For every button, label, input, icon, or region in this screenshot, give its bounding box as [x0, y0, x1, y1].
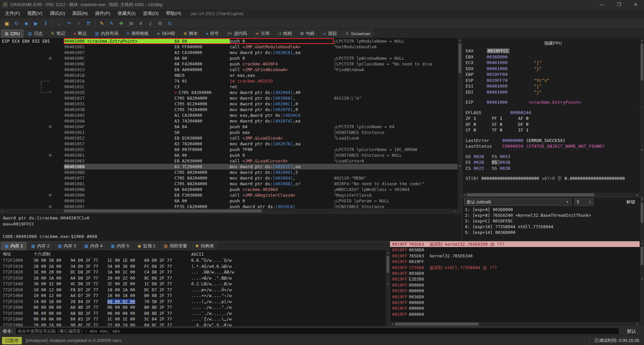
comment-cell[interactable]: [334, 164, 458, 169]
instruction-cell[interactable]: mov dword ptr ds:[402080],5: [230, 169, 334, 175]
bytes-cell[interactable]: 6A 00: [174, 55, 230, 61]
argument-row[interactable]: 2: [esp+8] 765E6340 <kernel32.BaseThread…: [465, 212, 644, 218]
disasm-row[interactable]: 00401007A3 CA204000mov dword ptr ds:[402…: [0, 50, 458, 55]
tab-locals[interactable]: ▤局部变量: [160, 242, 191, 250]
address-cell[interactable]: 00401063: [64, 158, 174, 164]
address-cell[interactable]: 0040103B: [64, 107, 174, 112]
memory-bytes[interactable]: B0 8B 2F 77: [144, 293, 181, 299]
close-button[interactable]: ✕: [627, 0, 644, 9]
memory-bytes[interactable]: 28 84 2F 77: [70, 299, 107, 305]
menu-item[interactable]: 跟踪(N): [69, 10, 92, 16]
disasm-row[interactable]: 0040101CC3ret: [0, 84, 458, 90]
address-cell[interactable]: 00401051: [64, 130, 174, 135]
tab-symbols[interactable]: ♦符号: [202, 29, 223, 38]
memory-bytes[interactable]: FC D8 2F 77: [144, 263, 181, 269]
register-row[interactable]: OF 0 SF 0 DF 0: [466, 121, 644, 128]
address-cell[interactable]: 0040104F: [64, 124, 174, 130]
argument-row[interactable]: 5: [esp+14] 0036D000: [465, 230, 644, 235]
instruction-cell[interactable]: push eax: [230, 130, 334, 135]
address-cell[interactable]: 00401068: [64, 164, 174, 169]
memory-row[interactable]: 772F109006 00 08 00A8 8D 2F 7706 00 08 0…: [0, 310, 390, 316]
disasm-row[interactable]: ⊟0040100C6A 00push 0┌LPCTSTR lpWindowNam…: [0, 55, 458, 61]
memory-row[interactable]: 772F103018 00 1A 00A4 D8 2F 7720 00 22 0…: [0, 275, 390, 281]
tab-cpu[interactable]: ▦CPU: [1, 29, 24, 38]
menu-item[interactable]: 选项(O): [139, 10, 162, 16]
instruction-cell[interactable]: mov dword ptr ds:[40206C],0: [230, 101, 334, 107]
address-cell[interactable]: 00401061: [64, 152, 174, 158]
bytes-cell[interactable]: E8 FF040000: [174, 44, 230, 50]
bytes-cell[interactable]: 6A 64: [174, 124, 230, 130]
tab-memory-map[interactable]: ▥内存布局: [91, 29, 122, 38]
bytes-cell[interactable]: 6A 00: [174, 38, 230, 44]
stack-row[interactable]: 0019FF765E63返回到 kernel32.765E6359 自 ???: [390, 241, 644, 247]
disasm-row[interactable]: ⊟004010616A 00push 0│HINSTANCE hInstance…: [0, 152, 458, 158]
tab-trace[interactable]: ↣跟踪: [319, 29, 341, 38]
disasm-gutter[interactable]: [0, 107, 64, 112]
stack-row[interactable]: 0019FF0036D0: [390, 270, 644, 276]
address-cell[interactable]: 00401081: [64, 181, 174, 187]
stack-row[interactable]: 0019FF000000: [390, 311, 644, 317]
tab-seh-chain[interactable]: ∞SEH链: [153, 29, 179, 38]
disasm-gutter[interactable]: [0, 187, 64, 192]
argument-count-stepper[interactable]: 5 ▲▼: [574, 198, 594, 206]
bytes-cell[interactable]: 68 64204000: [174, 187, 230, 192]
address-cell[interactable]: 0040101C: [64, 84, 174, 90]
register-row[interactable]: EBX 0036D000: [466, 54, 644, 60]
menu-item[interactable]: 插件(P): [92, 10, 114, 16]
disasm-gutter[interactable]: [0, 130, 64, 135]
memory-bytes[interactable]: 16 00 18 00: [107, 293, 144, 299]
comment-cell[interactable]: [334, 112, 458, 118]
execute-till-return-icon[interactable]: ↑: [74, 19, 84, 28]
address-cell[interactable]: 00401000 <crackme.EntryPoint>: [64, 38, 174, 44]
disasm-row[interactable]: 00401031C705 6C204000mov dword ptr ds:[4…: [0, 101, 458, 107]
instruction-cell[interactable]: push 64: [230, 124, 334, 130]
instruction-cell[interactable]: mov dword ptr ds:[4020CA],ea: [230, 50, 334, 55]
disasm-row[interactable]: 004010956A 00push 0┌LPVOID lpParam = NUL…: [0, 198, 458, 204]
address-cell[interactable]: 0040101A: [64, 78, 174, 84]
memory-bytes[interactable]: 1A 00 1C 00: [107, 269, 144, 275]
register-row[interactable]: GS 002B FS 0053: [466, 154, 644, 160]
memory-bytes[interactable]: 1E 00 20 00: [34, 269, 70, 275]
minimize-button[interactable]: —: [594, 0, 610, 9]
register-row[interactable]: EBP 0019FF80: [466, 71, 644, 78]
address-cell[interactable]: 00401013: [64, 67, 174, 72]
fold-icon[interactable]: ⊟: [49, 153, 52, 158]
argument-row[interactable]: 3: [esp+C] 0019FFDC: [465, 218, 644, 224]
memory-row[interactable]: 772F101028 00 2A 0034 D9 2F 7734 00 36 0…: [0, 263, 390, 269]
memory-bytes[interactable]: 34 00 36 00: [107, 263, 144, 269]
stop-icon[interactable]: ■: [21, 19, 31, 28]
address-cell[interactable]: 00401090: [64, 192, 174, 198]
memory-row[interactable]: 772F105010 00 12 00F8 D7 2F 7718 00 1A 0…: [0, 287, 390, 293]
comment-cell[interactable]: [334, 90, 458, 95]
memory-row[interactable]: 772F10201E 00 20 00DC D8 2F 771A 00 1C 0…: [0, 269, 390, 275]
memory-bytes[interactable]: 10 00 12 00: [34, 287, 70, 293]
comment-cell[interactable]: [334, 84, 458, 90]
instruction-cell[interactable]: mov dword ptr ds:[402064],40: [230, 90, 334, 95]
open-file-icon[interactable]: ▣: [2, 19, 12, 28]
stack-row[interactable]: 0019FF0019FF: [390, 259, 644, 264]
disasm-gutter[interactable]: [0, 112, 64, 118]
stack-row[interactable]: 0019FF000000: [390, 300, 644, 305]
memory-row[interactable]: 772F106010 00 12 00A4 D7 2F 7716 00 18 0…: [0, 293, 390, 299]
memory-bytes[interactable]: 1C 00 1E 00: [107, 316, 144, 322]
comment-cell[interactable]: ┌WNDCLASS* lpWndClass = 402064: [334, 187, 458, 192]
address-cell[interactable]: 00401057: [64, 141, 174, 147]
fold-icon[interactable]: ⊟: [49, 193, 52, 198]
instruction-cell[interactable]: mov dword ptr ds:[402068],: [230, 95, 334, 101]
register-row[interactable]: EFLAGS 00000244: [466, 110, 644, 116]
instruction-cell[interactable]: push crackme.402064: [230, 187, 334, 192]
trace-into-icon[interactable]: ✎: [97, 19, 107, 28]
memory-bytes[interactable]: 06 00 08 00: [34, 310, 70, 316]
address-cell[interactable]: 0040105C: [64, 147, 174, 152]
tab-notes[interactable]: ✎笔记: [47, 29, 69, 38]
comment-cell[interactable]: [334, 101, 458, 107]
disasm-gutter[interactable]: [0, 50, 64, 55]
comment-cell[interactable]: ┌LPCTSTR lpModuleName = NULL: [334, 38, 458, 44]
disasm-row[interactable]: ⊟00401090E8 F3030000call <JMP.&RegisterC…: [0, 192, 458, 198]
memory-bytes[interactable]: 20 00 24 00: [34, 322, 70, 327]
instruction-cell[interactable]: mov dword ptr ds:[402088],cr: [230, 181, 334, 187]
tab-snowman[interactable]: ☃Snowman: [341, 29, 375, 38]
memory-row[interactable]: 772F10A008 00 0A 0060 83 2F 771C 00 1E 0…: [0, 316, 390, 322]
tab-threads[interactable]: ⇉线程: [274, 29, 296, 38]
comment-cell[interactable]: ┌LPVOID lpParam = NULL: [334, 198, 458, 204]
